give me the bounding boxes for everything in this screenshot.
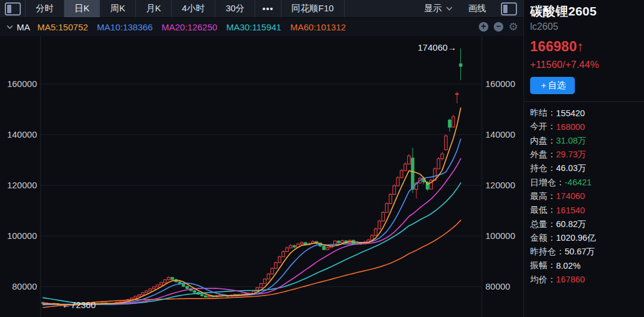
stat-value: 29.73万 [556,149,587,160]
candle-body [456,94,459,94]
ma10-line [43,139,461,304]
tab-more[interactable]: ••• [255,0,281,17]
candle-body [200,294,203,296]
tab-time-sharing[interactable]: 分时 [25,0,64,17]
ma-value-label: MA5:150752 [38,22,88,32]
stat-row: 昨结：155420 [530,106,639,120]
stat-label: 最低： [530,204,556,216]
stat-label: 外盘： [530,149,556,160]
stat-row: 日增仓：-46421 [530,175,639,189]
stat-label: 昨持仓： [530,246,565,257]
candle-body [338,241,340,243]
ma5-line [43,108,461,305]
zoom-in-button[interactable]: + [479,22,488,32]
ma-values: MA5:150752MA10:138366MA20:126250MA30:115… [38,22,355,32]
chevron-down-icon[interactable] [7,25,13,29]
candle-body [404,164,407,170]
candle-body [145,291,148,293]
candle-body [452,117,455,127]
candle-body [163,280,166,283]
candle-body [445,136,448,150]
y-axis-tick-left: 140000 [7,129,37,139]
candle-body [437,158,440,169]
tab-weekly-k[interactable]: 周K [100,0,135,17]
gear-icon: ⚙ [509,21,518,32]
candle-body [160,282,163,285]
tab-ths-f10[interactable]: 同花顺F10 [281,0,345,17]
stat-row: 总量：60.82万 [530,217,639,231]
stat-label: 日增仓： [530,177,565,188]
candle-body [171,278,174,279]
tab-4hour[interactable]: 4小时 [171,0,215,17]
stat-value: 8.02% [556,261,581,271]
stat-value: 161540 [556,206,585,215]
candle-body [131,298,134,300]
ma-group-label[interactable]: MA [17,22,30,32]
panel-right-toggle-button[interactable] [494,0,524,17]
y-axis-tick-right: 80000 [485,281,510,291]
candle-body [271,268,274,274]
display-menu-label: 显示 [424,3,442,14]
stat-label: 均价： [530,274,556,285]
candle-body [156,285,159,287]
y-axis-tick-right: 100000 [485,231,515,241]
stat-label: 振幅： [530,260,556,271]
y-axis-tick-right: 140000 [485,129,515,139]
tab-monthly-k[interactable]: 月K [135,0,171,17]
stat-label: 今开： [530,121,556,132]
candle-body [267,274,270,279]
candle-body [385,204,388,213]
chart-toolbar: 分时日K周K月K4小时30分•••同花顺F10 显示 画线 [0,0,524,18]
quote-sidebar: 碳酸锂2605 lc2605 166980↑ +11560/+7.44% ＋自选… [524,0,644,317]
display-menu-button[interactable]: 显示 [416,0,460,17]
y-axis-tick-left: 160000 [7,79,37,89]
toolbar-spacer [345,0,416,17]
candle-body [149,289,152,291]
ma-value-label: MA60:101312 [290,22,346,32]
stat-row: 均价：167860 [530,273,639,287]
candle-body [264,279,267,284]
candle-body [141,293,144,294]
candle-body [378,221,381,229]
stat-label: 昨结： [530,107,556,119]
stat-value: 31.08万 [556,135,587,147]
chevron-down-icon [446,7,453,11]
price-change: +11560/+7.44% [530,59,639,70]
candle-body [374,229,377,235]
zoom-out-button[interactable]: − [494,22,503,32]
candle-body [293,245,296,247]
add-watchlist-button[interactable]: ＋自选 [530,77,575,94]
candle-body [411,158,414,189]
panel-left-icon [5,2,21,15]
plus-circle-icon: + [479,22,488,32]
panel-right-icon [501,2,517,15]
tab-30min[interactable]: 30分 [215,0,255,17]
candle-body [138,295,141,297]
y-axis-tick-left: 120000 [7,180,37,190]
candle-body [286,248,289,251]
candle-body [168,278,171,280]
y-axis-tick-left: 100000 [7,231,37,241]
candle-body [186,287,189,289]
candle-body [408,156,411,164]
candle-body [274,263,277,269]
ma-value-label: MA30:115941 [226,22,281,32]
ma30-line [43,183,461,304]
tab-daily-k[interactable]: 日K [64,0,100,17]
candle-body [278,257,281,263]
candlestick-chart[interactable]: 1600001600001400001400001200001200001000… [0,36,524,317]
candle-body [326,248,329,250]
ma-indicator-bar: MA MA5:150752MA10:138366MA20:126250MA30:… [0,18,524,36]
stat-label: 金额： [530,232,556,244]
candle-body [182,284,185,287]
draw-line-button[interactable]: 画线 [460,0,494,17]
stat-row: 振幅：8.02% [530,259,639,272]
panel-left-toggle-button[interactable] [0,0,25,17]
candle-body [153,287,156,288]
candle-body [341,241,344,243]
candle-body [289,245,292,248]
settings-button[interactable]: ⚙ [509,21,518,32]
stat-value: 46.03万 [556,163,587,174]
candle-body [382,212,385,220]
instrument-code: lc2605 [530,21,639,32]
